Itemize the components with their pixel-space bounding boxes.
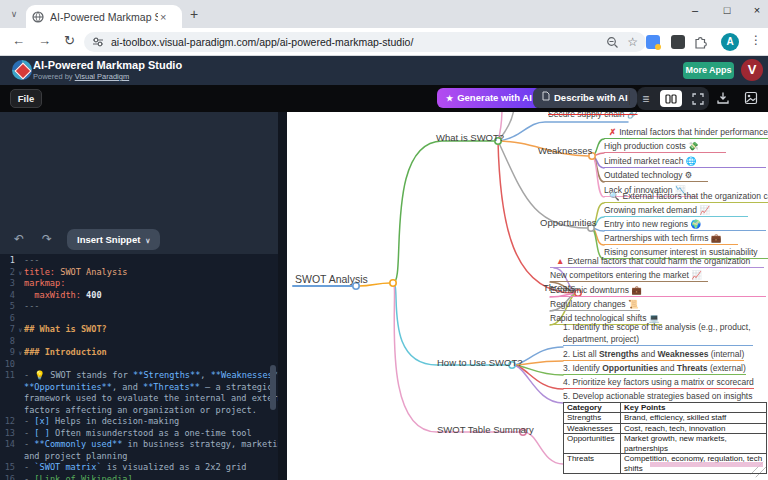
editor-view-icon[interactable]: ≡ — [642, 92, 649, 106]
editor-scrollbar[interactable] — [270, 365, 276, 410]
table-row: StrengthsBrand, efficiency, skilled staf… — [564, 413, 767, 423]
insert-snippet-label: Insert Snippet — [77, 234, 140, 245]
visual-paradigm-logo-icon — [12, 60, 32, 80]
code-line: 5--- — [0, 301, 278, 313]
browser-address-bar: ← → ↻ ai-toolbox.visual-paradigm.com/app… — [0, 28, 768, 56]
tab-title: AI-Powered Markmap Studio — [50, 11, 158, 23]
code-line: 15- `SWOT matrix` is visualized as a 2x2… — [0, 462, 278, 474]
table-header: Category — [564, 403, 621, 413]
zoom-icon[interactable] — [606, 36, 619, 49]
site-settings-icon[interactable] — [92, 36, 104, 48]
browser-tab-strip: ∨ AI-Powered Markmap Studio × + – □ × — [0, 0, 768, 28]
powered-by-prefix: Powered by — [33, 72, 75, 81]
code-line: and project planning — [0, 451, 278, 463]
code-line: 2∨title: SWOT Analysis — [0, 267, 278, 279]
weaknesses-item[interactable]: Limited market reach 🌐 — [604, 156, 766, 168]
weaknesses-item[interactable]: ✗Internal factors that hinder performanc… — [604, 127, 768, 139]
browser-tab[interactable]: AI-Powered Markmap Studio × — [26, 5, 182, 28]
window-minimize-icon[interactable]: – — [685, 4, 705, 16]
window-maximize-icon[interactable]: □ — [717, 4, 737, 16]
threats-item[interactable]: Regulatory changes 📜 — [550, 299, 640, 311]
weaknesses-node[interactable]: Weaknesses — [538, 145, 592, 156]
swot-table-summary-node[interactable]: SWOT Table Summary — [437, 424, 534, 435]
extensions-puzzle-icon[interactable] — [693, 34, 708, 49]
panel-divider[interactable] — [278, 112, 287, 480]
weaknesses-item[interactable]: High production costs 💸 — [604, 141, 726, 153]
code-line: 1--- — [0, 255, 278, 267]
opportunities-item[interactable]: Entry into new regions 🌍 — [604, 219, 766, 231]
describe-with-ai-button[interactable]: Describe with AI — [533, 88, 637, 108]
highlighted-node-partial[interactable] — [650, 462, 763, 467]
docs-extension-icon[interactable] — [646, 35, 660, 49]
weaknesses-item-icon: ✗ — [609, 127, 616, 137]
chat-extension-icon[interactable] — [671, 35, 685, 49]
table-header: Key Points — [621, 403, 767, 413]
back-icon[interactable]: ← — [12, 33, 25, 48]
threats-item[interactable]: ▲External factors that could harm the or… — [550, 256, 764, 268]
opportunities-item[interactable]: Partnerships with tech firms 💼 — [604, 233, 738, 245]
globe-favicon-icon — [32, 11, 44, 23]
split-view-icon[interactable] — [660, 90, 682, 107]
undo-icon[interactable]: ↶ — [14, 232, 24, 246]
howto-item[interactable]: 2. List all Strengths and Weaknesses (in… — [563, 349, 744, 361]
code-line: 3markmap: — [0, 278, 278, 290]
how-to-use-swot-node[interactable]: How to Use SWOT? — [437, 357, 523, 368]
url-text[interactable]: ai-toolbox.visual-paradigm.com/app/ai-po… — [111, 36, 606, 48]
export-image-icon[interactable] — [744, 91, 758, 105]
document-icon — [542, 91, 550, 101]
code-line: 14- **Commonly used** in business strate… — [0, 439, 278, 451]
window-close-icon[interactable]: × — [747, 4, 767, 16]
url-input[interactable]: ai-toolbox.visual-paradigm.com/app/ai-po… — [84, 32, 646, 52]
markdown-editor-panel: ↶ ↷ Insert Snippet∨ 1---2∨title: SWOT An… — [0, 112, 287, 480]
browser-menu-icon[interactable]: ⋮ — [750, 33, 762, 47]
strengths-item-cut[interactable]: Secure supply chain 🔗 — [548, 112, 638, 121]
root-node[interactable]: SWOT Analysis — [295, 273, 368, 285]
file-menu-button[interactable]: File — [10, 89, 42, 108]
what-is-swot-node[interactable]: What is SWOT? — [436, 132, 504, 143]
opportunities-item[interactable]: Growing market demand 📈 — [604, 205, 748, 217]
view-mode-group: ≡ — [637, 87, 709, 110]
howto-item[interactable]: 4. Prioritize key factors using a matrix… — [563, 377, 754, 389]
code-line: 12- [x] Helps in decision-making — [0, 416, 278, 428]
describe-label: Describe with AI — [554, 92, 628, 103]
redo-icon[interactable]: ↷ — [42, 232, 52, 246]
code-line: 4 maxWidth: 400 — [0, 290, 278, 302]
visual-paradigm-link[interactable]: Visual Paradigm — [75, 72, 129, 81]
code-line: framework used to evaluate the internal … — [0, 393, 278, 405]
code-line: 11- 💡 SWOT stands for **Strengths**, **W… — [0, 370, 278, 382]
tab-search-icon[interactable]: ∨ — [6, 7, 22, 23]
code-line: factors affecting an organization or pro… — [0, 405, 278, 417]
code-rows: 1---2∨title: SWOT Analysis3markmap:4 max… — [0, 255, 278, 480]
code-line: 8 — [0, 336, 278, 348]
code-line: 7∨## What is SWOT? — [0, 324, 278, 336]
profile-avatar[interactable]: A — [721, 33, 739, 51]
weaknesses-item[interactable]: Outdated technology ⚙ — [604, 170, 708, 182]
fullscreen-icon[interactable] — [692, 93, 704, 105]
more-apps-button[interactable]: More Apps — [683, 62, 734, 79]
opportunities-item-icon: 🔍 — [609, 191, 620, 201]
threats-item[interactable]: New competitors entering the market 📈 — [550, 270, 708, 282]
howto-item[interactable]: 1. Identify the scope of the analysis (e… — [563, 322, 753, 346]
table-row: OpportunitiesMarket growth, new markets,… — [564, 434, 767, 454]
tab-close-icon[interactable]: × — [160, 11, 166, 23]
reload-icon[interactable]: ↻ — [64, 33, 75, 48]
opportunities-node[interactable]: Opportunities — [540, 217, 597, 228]
forward-icon[interactable]: → — [38, 33, 51, 48]
opportunities-item[interactable]: 🔍External factors that the organization … — [604, 191, 768, 203]
junction-node-circle[interactable] — [390, 280, 396, 286]
sparkle-icon: ★ — [446, 94, 453, 103]
code-line: 6 — [0, 313, 278, 325]
download-icon[interactable] — [716, 91, 730, 105]
generate-with-ai-button[interactable]: ★Generate with AI — [437, 88, 541, 108]
insert-snippet-button[interactable]: Insert Snippet∨ — [67, 229, 160, 250]
howto-item[interactable]: 3. Identify Opportunities and Threats (e… — [563, 363, 746, 375]
bookmark-star-icon[interactable]: ☆ — [627, 35, 638, 49]
threats-item[interactable]: Economic downturns 💼 — [550, 285, 766, 297]
chevron-down-icon: ∨ — [145, 237, 150, 244]
new-tab-icon[interactable]: + — [190, 6, 198, 22]
generate-label: Generate with AI — [457, 92, 532, 103]
code-line: 13- [ ] Often misunderstood as a one-tim… — [0, 428, 278, 440]
mindmap-canvas[interactable]: Secure supply chain 🔗 SWOT Analysis What… — [287, 112, 768, 480]
code-editor[interactable]: 1---2∨title: SWOT Analysis3markmap:4 max… — [0, 254, 278, 480]
vp-badge[interactable]: V — [741, 59, 763, 81]
